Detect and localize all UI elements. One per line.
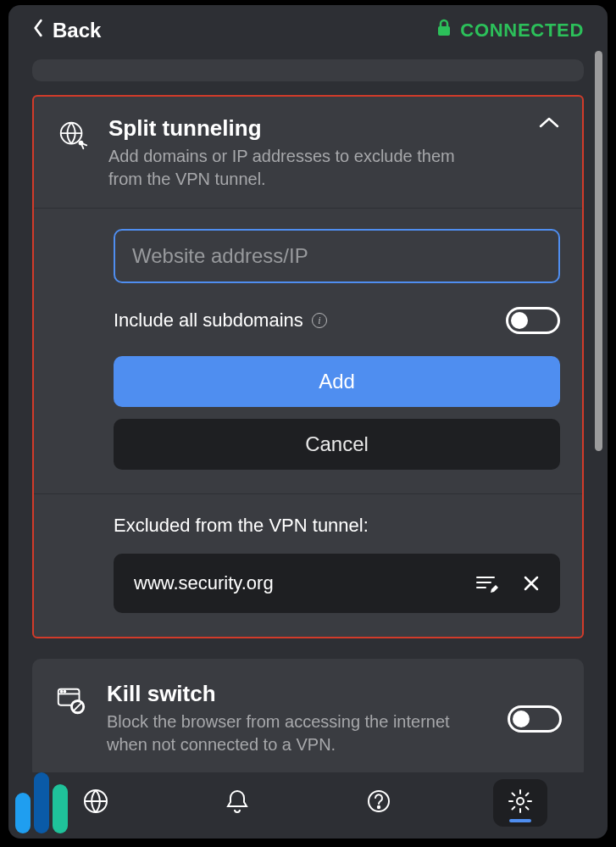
split-tunneling-subtitle: Add domains or IP addresses to exclude t… <box>108 145 473 191</box>
svg-rect-0 <box>438 26 450 36</box>
help-icon <box>366 788 391 817</box>
back-button[interactable]: Back <box>32 19 101 42</box>
svg-point-17 <box>378 806 380 808</box>
info-icon[interactable]: i <box>312 313 327 328</box>
kill-switch-card: Kill switch Block the browser from acces… <box>32 659 584 772</box>
app-window: Back CONNECTED <box>8 5 608 839</box>
nav-help-button[interactable] <box>352 779 406 827</box>
bell-icon <box>225 788 250 818</box>
split-tunneling-header[interactable]: Split tunneling Add domains or IP addres… <box>34 97 582 209</box>
split-tunneling-title: Split tunneling <box>108 115 473 142</box>
globe-icon <box>81 787 110 819</box>
svg-point-18 <box>517 798 524 805</box>
scrollbar-thumb[interactable] <box>595 51 602 451</box>
edit-list-icon[interactable] <box>475 573 499 593</box>
close-icon[interactable] <box>523 575 540 592</box>
split-tunneling-body: Include all subdomains i Add Cancel <box>34 209 582 494</box>
decorative-bars <box>15 772 68 833</box>
globe-network-icon <box>56 119 90 151</box>
settings-scroll[interactable]: Split tunneling Add domains or IP addres… <box>8 51 608 772</box>
include-subdomains-label: Include all subdomains <box>114 309 303 332</box>
split-tunneling-card: Split tunneling Add domains or IP addres… <box>32 95 584 638</box>
excluded-section: Excluded from the VPN tunnel: www.securi… <box>34 494 582 637</box>
nav-settings-button[interactable] <box>493 779 547 827</box>
bottom-nav <box>8 772 608 839</box>
address-input[interactable] <box>114 229 560 283</box>
excluded-entry-domain: www.security.org <box>134 572 460 594</box>
back-label: Back <box>53 19 101 42</box>
excluded-label: Excluded from the VPN tunnel: <box>114 515 560 537</box>
previous-card-edge <box>32 59 584 81</box>
chevron-up-icon <box>538 115 560 131</box>
include-subdomains-row: Include all subdomains i <box>114 307 560 334</box>
nav-notifications-button[interactable] <box>210 779 264 827</box>
include-subdomains-toggle[interactable] <box>506 307 560 334</box>
gear-icon <box>507 788 534 818</box>
kill-switch-subtitle: Block the browser from accessing the int… <box>107 710 480 756</box>
cancel-button[interactable]: Cancel <box>114 419 560 470</box>
svg-point-11 <box>64 691 65 693</box>
status-label: CONNECTED <box>460 20 584 42</box>
svg-point-10 <box>61 691 63 693</box>
browser-block-icon <box>54 684 88 716</box>
header: Back CONNECTED <box>8 5 608 51</box>
connection-status: CONNECTED <box>436 19 584 42</box>
kill-switch-title: Kill switch <box>107 681 480 707</box>
nav-globe-button[interactable] <box>69 779 123 827</box>
chevron-left-icon <box>32 19 44 42</box>
excluded-entry: www.security.org <box>114 554 560 613</box>
lock-icon <box>436 19 452 42</box>
add-button[interactable]: Add <box>114 356 560 407</box>
kill-switch-toggle[interactable] <box>508 705 562 733</box>
